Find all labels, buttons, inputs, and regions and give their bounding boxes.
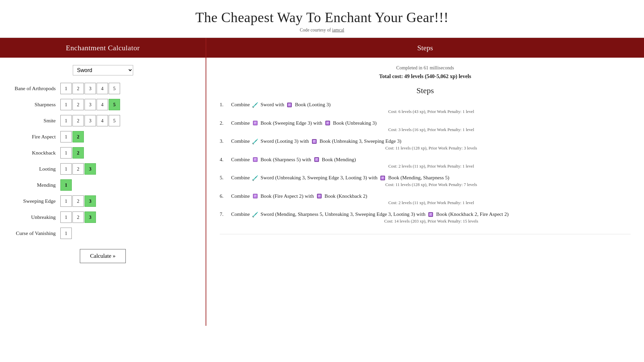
book-icon <box>251 156 259 163</box>
level-button[interactable]: 1 <box>60 179 72 191</box>
level-button[interactable]: 1 <box>60 163 72 175</box>
enchant-name: Curse of Vanishing <box>7 230 60 236</box>
step-cost: Cost: 11 levels (128 xp), Prior Work Pen… <box>232 182 631 187</box>
step-item1: Book (Fire Aspect 2) <box>261 193 304 199</box>
step-cost: Cost: 2 levels (11 xp), Prior Work Penal… <box>232 164 631 169</box>
level-button[interactable]: 1 <box>60 83 72 94</box>
level-button[interactable]: 1 <box>60 131 72 142</box>
level-button[interactable]: 5 <box>109 115 120 126</box>
level-button[interactable]: 4 <box>97 115 108 126</box>
level-button[interactable]: 1 <box>60 115 72 126</box>
svg-rect-7 <box>288 105 290 106</box>
level-button[interactable]: 2 <box>72 147 84 159</box>
gear-select[interactable]: SwordAxePickaxeShovelHoeBowCrossbowTride… <box>73 65 133 75</box>
step-with: with <box>305 193 314 199</box>
level-button[interactable]: 1 <box>60 147 72 159</box>
page-title: The Cheapest Way To Enchant Your Gear!!! <box>0 0 644 27</box>
calc-inner: SwordAxePickaxeShovelHoeBowCrossbowTride… <box>0 58 206 277</box>
step-with: with <box>368 175 377 181</box>
total-cost: Total cost: 49 levels (540-5,062 xp) lev… <box>220 73 631 79</box>
step-with: with <box>275 102 284 108</box>
calculate-button[interactable]: Calculate » <box>80 249 126 263</box>
svg-rect-23 <box>313 141 315 142</box>
svg-line-17 <box>257 139 258 140</box>
step-with: with <box>313 120 322 126</box>
level-button[interactable]: 2 <box>72 195 84 207</box>
enchant-name: Unbreaking <box>7 214 60 220</box>
step-combine-label: Combine <box>231 102 250 108</box>
step-line: 7.Combine Sword (Mending, Sharpness 5, U… <box>220 211 631 218</box>
book-icon <box>251 120 259 127</box>
enchant-name: Looting <box>7 166 60 172</box>
subtitle-link[interactable]: iamcal <box>332 27 344 33</box>
steps-title: Steps <box>220 86 631 95</box>
level-button[interactable]: 5 <box>109 99 120 110</box>
steps-header: Steps <box>206 38 644 58</box>
step-with: with <box>416 211 425 217</box>
level-button[interactable]: 3 <box>85 163 96 175</box>
step-item1: Sword (Unbreaking 3, Sweeping Edge 3, Lo… <box>261 175 367 181</box>
step-item1: Sword (Looting 3) <box>261 138 299 144</box>
level-button[interactable]: 2 <box>72 131 84 142</box>
level-button[interactable]: 1 <box>60 99 72 110</box>
sword-icon <box>251 138 259 145</box>
enchant-row: Mending1 <box>7 179 199 191</box>
level-button[interactable]: 3 <box>85 99 96 110</box>
level-button[interactable]: 1 <box>60 228 72 239</box>
step-combine-label: Combine <box>231 120 250 126</box>
level-button[interactable]: 1 <box>60 212 72 223</box>
enchant-row: Knockback12 <box>7 147 199 159</box>
step-line: 2.Combine Book (Sweeping Edge 3) with Bo… <box>220 120 631 127</box>
step-row: 5.Combine Sword (Unbreaking 3, Sweeping … <box>220 174 631 187</box>
footer-credit <box>220 234 631 238</box>
book-icon <box>379 174 387 181</box>
level-button[interactable]: 5 <box>109 83 120 94</box>
left-panel: Enchantment Calculator SwordAxePickaxeSh… <box>0 38 206 326</box>
svg-rect-15 <box>327 123 328 124</box>
step-item2: Book (Looting 3) <box>295 102 330 108</box>
step-number: 2. <box>220 120 230 126</box>
step-number: 3. <box>220 138 230 144</box>
enchant-row: Looting123 <box>7 163 199 175</box>
step-number: 5. <box>220 175 230 181</box>
step-cost: Cost: 11 levels (128 xp), Prior Work Pen… <box>232 146 631 151</box>
step-line: 4.Combine Book (Sharpness 5) with Book (… <box>220 156 631 163</box>
level-button[interactable]: 2 <box>72 83 84 94</box>
svg-rect-27 <box>254 160 256 160</box>
step-row: 6.Combine Book (Fire Aspect 2) with Book… <box>220 193 631 206</box>
level-button[interactable]: 2 <box>72 99 84 110</box>
enchant-name: Bane of Arthropods <box>7 85 60 92</box>
step-with: with <box>302 157 311 163</box>
step-item2: Book (Mending) <box>322 157 356 163</box>
level-button[interactable]: 3 <box>85 195 96 207</box>
enchant-row: Smite12345 <box>7 115 199 126</box>
level-button[interactable]: 1 <box>60 195 72 207</box>
svg-line-33 <box>257 176 258 177</box>
level-button[interactable]: 3 <box>85 83 96 94</box>
step-item2: Book (Knockback 2, Fire Aspect 2) <box>436 211 508 217</box>
sword-icon <box>251 211 259 218</box>
level-button[interactable]: 3 <box>85 115 96 126</box>
step-item2: Book (Unbreaking 3, Sweeping Edge 3) <box>320 138 401 144</box>
step-cost: Cost: 6 levels (43 xp), Prior Work Penal… <box>232 109 631 114</box>
level-button[interactable]: 2 <box>72 212 84 223</box>
level-button[interactable]: 2 <box>72 115 84 126</box>
step-line: 1.Combine Sword with Book (Looting 3) <box>220 101 631 108</box>
step-row: 3.Combine Sword (Looting 3) with Book (U… <box>220 138 631 151</box>
enchant-row: Fire Aspect12 <box>7 131 199 142</box>
enchant-row: Curse of Vanishing1 <box>7 228 199 239</box>
level-button[interactable]: 4 <box>97 83 108 94</box>
svg-rect-30 <box>316 159 318 159</box>
step-cost: Cost: 2 levels (11 xp), Prior Work Penal… <box>232 200 631 205</box>
level-button[interactable]: 3 <box>85 212 96 223</box>
level-button[interactable]: 2 <box>72 163 84 175</box>
enchant-name: Sweeping Edge <box>7 198 60 204</box>
step-row: 1.Combine Sword with Book (Looting 3)Cos… <box>220 101 631 114</box>
right-panel: Steps Completed in 61 milliseconds Total… <box>206 38 644 326</box>
level-button[interactable]: 4 <box>97 99 108 110</box>
book-icon <box>310 138 318 145</box>
svg-rect-54 <box>430 214 432 214</box>
step-number: 4. <box>220 157 230 163</box>
sword-icon <box>251 174 259 181</box>
step-cost: Cost: 3 levels (16 xp), Prior Work Penal… <box>232 127 631 132</box>
